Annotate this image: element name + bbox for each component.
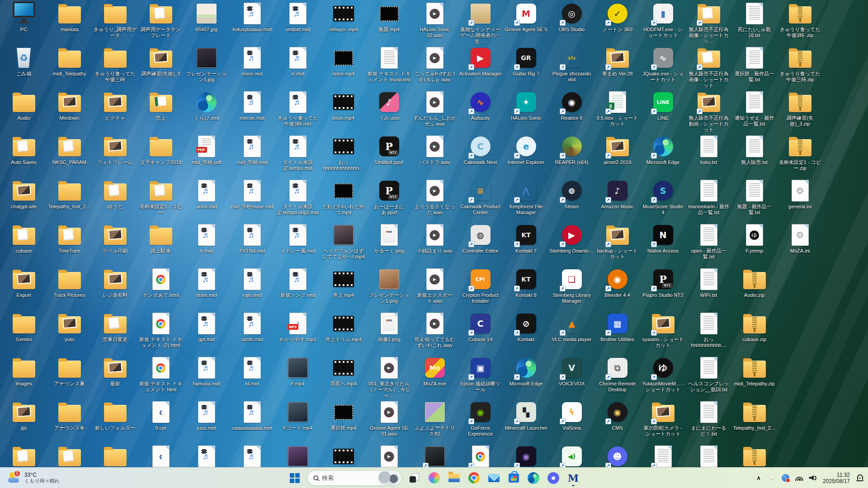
desktop-icon[interactable]: ▶新規エクスポート.wav	[412, 267, 458, 311]
desktop-icon[interactable]: ⊘↗Kontakt	[503, 311, 549, 355]
desktop-icon[interactable]: NKSC_PARAM	[47, 134, 92, 178]
discord-button[interactable]: ☻	[544, 469, 562, 487]
audacity-desktop-icon[interactable]: ∿↗Audacity	[458, 89, 503, 134]
desktop-icon[interactable]: アナウンス冬	[47, 399, 92, 444]
desktop-icon[interactable]: ♬PVTNd.mid	[229, 222, 275, 267]
desktop-icon[interactable]: ♬タイトル未設定.tempo.orig1.mid	[275, 178, 321, 222]
desktop-icon[interactable]: M↗Groove Agent SE 5	[503, 1, 549, 45]
desktop-icon[interactable]: ♬xl.mid	[275, 45, 321, 89]
desktop-icon[interactable]: ↗筆まめ Ver.28	[594, 45, 640, 89]
network-button[interactable]	[793, 469, 806, 487]
microsoft-edge-desktop-icon[interactable]: ↗Microsoft Edge	[640, 134, 686, 178]
desktop-icon[interactable]: Images	[1, 355, 47, 399]
desktop-icon[interactable]: PDFmid_学校.pdf	[184, 134, 229, 178]
desktop-icon[interactable]: ♬aorin.mid	[184, 178, 229, 222]
desktop-icon[interactable]: Track Pictures	[47, 267, 92, 311]
desktop-icon[interactable]: V↗VOICEVOX	[549, 355, 594, 399]
desktop-icon[interactable]: ♬kotusytuaaus.mid	[229, 1, 275, 45]
desktop-icon[interactable]: 無題.mp4	[366, 1, 412, 45]
desktop-icon[interactable]: ♬タイトル未設定.tempo.mid	[275, 134, 321, 178]
desktop-icon[interactable]: ♬新規ソング.mid	[275, 267, 321, 311]
desktop-icon[interactable]: ▶↗Steinberg Downlo…	[549, 222, 594, 267]
desktop-icon[interactable]: ♬mid_学校.mid	[229, 134, 275, 178]
desktop-icon[interactable]: 選択肢.mp4	[321, 399, 366, 444]
desktop-icon[interactable]: ⧉↗Chrome Remote Desktop	[594, 355, 640, 399]
copilot-button[interactable]	[425, 469, 443, 487]
desktop-icon[interactable]: MoMoZA.exe	[412, 355, 458, 399]
desktop-icon[interactable]: 父子キャンプ2018	[138, 134, 184, 178]
desktop-icon[interactable]: ✦↗HALion Sonic	[503, 89, 549, 134]
desktop-icon[interactable]: ♬b.mid	[184, 222, 229, 267]
tray-sphere-app[interactable]	[779, 469, 792, 487]
desktop-icon[interactable]: ♪うみ.ustx	[366, 89, 412, 134]
desktop-icon[interactable]: sfz↗Plogue sforzando x64	[549, 45, 594, 89]
desktop-icon[interactable]: ohhayo-.mp4	[321, 1, 366, 45]
desktop-icon[interactable]: 調声用データテンプレート	[138, 1, 184, 45]
desktop-icon[interactable]: ↗REAPER (x64)	[549, 134, 594, 178]
desktop-icon[interactable]: テンポあて.html	[138, 267, 184, 311]
desktop-icon[interactable]: ▶ずんだもん_しおかぜふ.wav	[412, 89, 458, 134]
edge-button[interactable]	[524, 469, 542, 487]
m-app-button[interactable]: M	[564, 469, 582, 487]
desktop-icon[interactable]: おっhhhhhhhhhhhhh…	[321, 134, 366, 178]
desktop[interactable]: { "colors": { "taskbar_left": "#dce6ee",…	[0, 0, 868, 488]
amazon-music-desktop-icon[interactable]: ♪↗Amazon Music	[594, 178, 640, 222]
desktop-icon[interactable]: ◍↗Controller Editor	[458, 222, 503, 267]
chrome-button[interactable]	[465, 469, 483, 487]
desktop-icon[interactable]: ヘルスコンプレッション__歌詞.txt	[686, 355, 731, 399]
desktop-icon[interactable]: きゅうり食ってた午後3時 .zip	[777, 1, 823, 45]
desktop-icon[interactable]: C↗Cubase 14	[458, 311, 503, 355]
file-explorer-button[interactable]	[445, 469, 463, 487]
desktop-icon[interactable]: ▮↗HDDFMT.exe - ショートカット	[640, 1, 686, 45]
desktop-icon[interactable]: ゆうと	[92, 178, 138, 222]
desktop-icon[interactable]: teion.mp4	[321, 89, 366, 134]
desktop-icon[interactable]: 通知うぜえ - 親作品一覧.txt	[731, 89, 777, 134]
desktop-icon[interactable]: PNT2Untitled.ppsf	[366, 134, 412, 178]
desktop-icon[interactable]: yuto	[47, 311, 92, 355]
desktop-icon[interactable]: プレゼンテーション1.png	[366, 267, 412, 311]
desktop-icon[interactable]: jijii	[1, 399, 47, 444]
desktop-icon[interactable]: ♬hamusu.mid	[184, 355, 229, 399]
desktop-icon[interactable]: ◉↗CMS	[594, 399, 640, 444]
desktop-icon[interactable]: ϟ↗VoiSona	[549, 399, 594, 444]
desktop-icon[interactable]: 羽尻へ.mp4	[321, 355, 366, 399]
geforce-desktop-icon[interactable]: ◉↗GeForce Experience	[458, 399, 503, 444]
desktop-icon[interactable]: 名称未設定1 - コピー	[138, 178, 184, 222]
desktop-icon[interactable]: かるーく.png	[366, 222, 412, 267]
desktop-icon[interactable]: ↗無人販売不正行為画像 - ショートカット	[686, 45, 731, 89]
desktop-icon[interactable]: 新しいフォルダー	[92, 399, 138, 444]
task-view-button[interactable]	[405, 469, 423, 487]
desktop-icon[interactable]: N↗Native Access	[640, 222, 686, 267]
desktop-icon[interactable]: ♬gpt.mid	[184, 311, 229, 355]
desktop-icon[interactable]: PNT2おーばーまにあ.ppsf	[366, 178, 412, 222]
desktop-icon[interactable]: ❏↗Steinberg Library Manager	[549, 267, 594, 311]
desktop-icon[interactable]: cubase	[1, 222, 47, 267]
desktop-icon[interactable]: 新規 テキスト ドキュメント.musicxml	[366, 45, 412, 89]
desktop-icon[interactable]: アナウンス夏	[47, 355, 92, 399]
desktop-icon[interactable]: きゅうり食ってた午後三時	[92, 45, 138, 89]
desktop-icon[interactable]: まにまにわーるど！.txt	[686, 399, 731, 444]
desktop-icon[interactable]: 選択肢 - 親作品一覧.txt	[731, 45, 777, 89]
desktop-icon[interactable]: フォトフレーム	[92, 134, 138, 178]
desktop-icon[interactable]: ↗無人販売不正行為動画 - ショートカット	[686, 89, 731, 134]
blender-desktop-icon[interactable]: ◉↗Blender 4.4	[594, 267, 640, 311]
desktop-icon[interactable]: 新規 テキスト ドキュメント (2).html	[138, 311, 184, 355]
desktop-icon[interactable]: レジ袋有料	[92, 267, 138, 311]
desktop-icon[interactable]: きゅうり食ってた午後三時.zip	[777, 45, 823, 89]
this-pc-desktop-icon[interactable]: PC	[1, 1, 47, 45]
desktop-icon[interactable]: 無題 - 親作品一覧.txt	[731, 178, 777, 222]
microsoft-edge-desktop-icon[interactable]: ↗Microsoft Edge	[503, 355, 549, 399]
desktop-icon[interactable]: ゆF.ymmp	[731, 222, 777, 267]
desktop-icon[interactable]: F.mp4	[275, 355, 321, 399]
desktop-icon[interactable]: Auto Saves	[1, 134, 47, 178]
desktop-icon[interactable]: 売上	[138, 89, 184, 134]
desktop-icon[interactable]: X↗9.5.xlsx - ショートカット	[594, 89, 640, 134]
vlc-desktop-icon[interactable]: ▲↗VLC media player	[549, 311, 594, 355]
desktop-icon[interactable]: ‹9.cpr	[138, 399, 184, 444]
desktop-icon[interactable]: ↗孤独なインディーゲーム開発者の一生 …	[458, 1, 503, 45]
desktop-icon[interactable]: ♬td.mid	[229, 355, 275, 399]
desktop-icon[interactable]: GR↗Guitar Rig 7	[503, 45, 549, 89]
desktop-icon[interactable]: ≡↗Cakewalk Product Center	[458, 178, 503, 222]
desktop-icon[interactable]: プレゼンテーション1.jpg	[184, 45, 229, 89]
desktop-icon[interactable]: S↗MuseScore Studio 4	[640, 178, 686, 222]
